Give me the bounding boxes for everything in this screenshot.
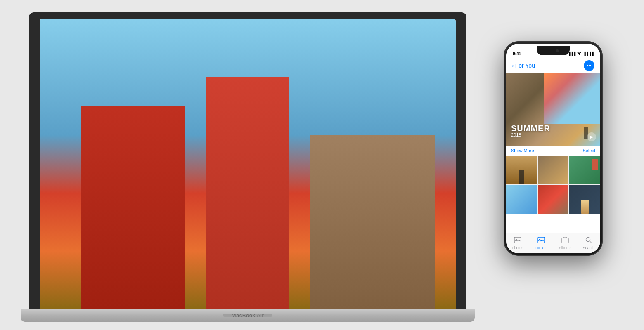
wifi-icon [577, 51, 582, 56]
iphone-status-right: ▐▐▐ ▐▐▐▐ [568, 51, 594, 56]
iphone-tab-photos-label: Photos [512, 246, 523, 250]
svg-point-12 [539, 239, 540, 240]
iphone-photo-3[interactable] [569, 156, 600, 184]
iphone-photo-4[interactable] [506, 185, 537, 214]
main-content: Library Photos Memories [40, 40, 456, 309]
iphone-screen: 9:41 ▐▐▐ ▐▐▐▐ ‹ For You ··· [506, 44, 600, 253]
iphone-tab-for-you-icon [537, 237, 545, 245]
iphone-tab-for-you[interactable]: For You [535, 237, 547, 250]
iphone-tab-photos-icon [514, 237, 521, 245]
photo-grid [132, 224, 446, 286]
macbook-screen: ‹ Summer 2018 ⓘ ⬆ ♡ ▶ 🔍 [40, 19, 456, 309]
svg-point-14 [586, 237, 590, 241]
iphone-tab-bar: Photos For You Albums [506, 233, 600, 253]
iphone-show-more-bar: Show More Select [506, 146, 600, 156]
iphone-photo-2[interactable] [538, 156, 569, 184]
iphone-tab-albums[interactable]: Albums [559, 237, 571, 250]
iphone-hero-title: SUMMER 2018 [511, 124, 550, 137]
iphone-tab-search[interactable]: Search [583, 237, 595, 250]
iphone-hero-play-button[interactable]: ▶ [587, 132, 596, 141]
iphone-photo-6[interactable] [569, 185, 600, 214]
macbook-screen-border: ‹ Summer 2018 ⓘ ⬆ ♡ ▶ 🔍 [29, 12, 466, 309]
macbook-label: MacBook Air [232, 312, 264, 318]
iphone-more-button[interactable]: ··· [584, 60, 594, 71]
iphone-body: 9:41 ▐▐▐ ▐▐▐▐ ‹ For You ··· [504, 41, 603, 256]
iphone-back-button[interactable]: ‹ For You [512, 62, 535, 69]
photo-area: SUMMER 2018 ▶ Photos Show More [122, 40, 456, 309]
svg-rect-9 [514, 237, 521, 243]
iphone-back-chevron: ‹ [512, 62, 514, 69]
iphone: 9:41 ▐▐▐ ▐▐▐▐ ‹ For You ··· [504, 41, 603, 256]
battery-icon: ▐▐▐▐ [583, 52, 594, 56]
photo-cell-2 [290, 224, 446, 286]
iphone-content: 9:41 ▐▐▐ ▐▐▐▐ ‹ For You ··· [506, 44, 600, 253]
svg-rect-13 [562, 238, 568, 243]
macbook: ‹ Summer 2018 ⓘ ⬆ ♡ ▶ 🔍 [21, 8, 475, 322]
iphone-hero-title-text: SUMMER [511, 124, 550, 132]
iphone-photo-grid [506, 156, 600, 214]
iphone-camera [556, 49, 559, 52]
svg-point-10 [516, 239, 517, 240]
iphone-hero: SUMMER 2018 ▶ [506, 73, 600, 146]
iphone-scroll: SUMMER 2018 ▶ Show More Select [506, 73, 600, 233]
iphone-back-label: For You [515, 62, 535, 69]
iphone-time: 9:41 [513, 52, 521, 56]
iphone-tab-for-you-label: For You [535, 246, 547, 250]
iphone-show-more[interactable]: Show More [511, 148, 534, 153]
iphone-photo-5[interactable] [538, 185, 569, 214]
iphone-tab-search-icon [585, 237, 592, 245]
iphone-tab-albums-label: Albums [559, 246, 571, 250]
iphone-select[interactable]: Select [582, 148, 595, 153]
iphone-tab-albums-icon [561, 237, 569, 245]
iphone-tab-photos[interactable]: Photos [512, 237, 523, 250]
iphone-photo-1[interactable] [506, 156, 537, 184]
iphone-hero-title-year: 2018 [511, 132, 550, 137]
iphone-nav-bar: ‹ For You ··· [506, 58, 600, 73]
iphone-tab-search-label: Search [583, 246, 595, 250]
svg-rect-11 [538, 237, 545, 243]
iphone-hero-sky [544, 73, 600, 124]
iphone-notch [537, 46, 570, 55]
